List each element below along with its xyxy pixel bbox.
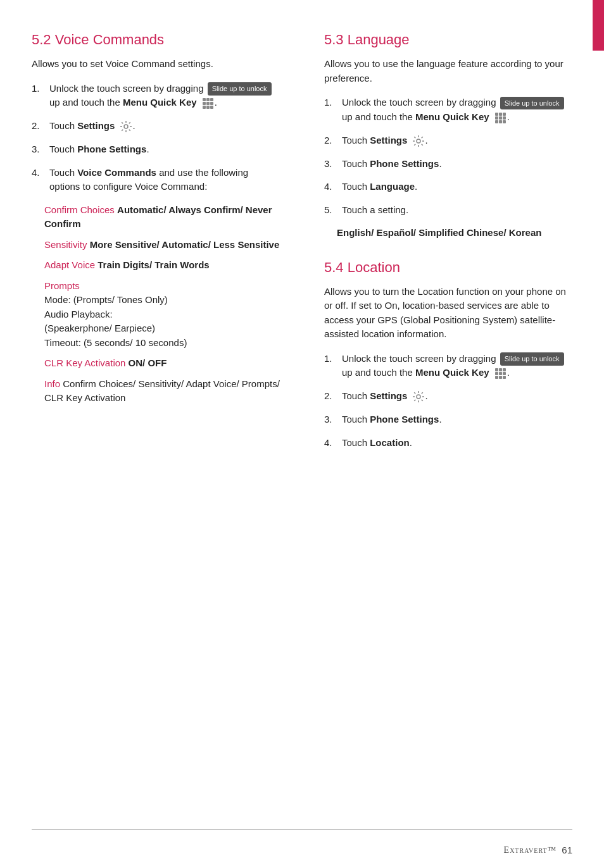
svg-rect-3 bbox=[203, 102, 206, 105]
s54-step-num-4: 4. bbox=[324, 436, 342, 450]
s54-step-num-1: 1. bbox=[324, 352, 342, 366]
svg-rect-6 bbox=[203, 106, 206, 109]
s53-step-num-2: 2. bbox=[324, 133, 342, 148]
s54-step-content-3: Touch Phone Settings. bbox=[342, 412, 572, 427]
section-53-steps: 1. Unlock the touch screen by dragging S… bbox=[324, 96, 572, 217]
s53-step-content-5: Touch a setting. bbox=[342, 203, 572, 218]
left-column: 5.2 Voice Commands Allows you to set Voi… bbox=[32, 32, 293, 459]
section-52-desc: Allows you to set Voice Command settings… bbox=[32, 57, 280, 71]
svg-rect-20 bbox=[495, 368, 498, 371]
option-label-adapt: Adapt Voice bbox=[44, 259, 95, 270]
option-sensitivity: Sensitivity More Sensitive/ Automatic/ L… bbox=[44, 238, 280, 252]
step-4: 4. Touch Voice Commands and use the foll… bbox=[32, 166, 280, 194]
s53-step-content-2: Touch Settings . bbox=[342, 133, 572, 148]
s54-step-num-3: 3. bbox=[324, 412, 342, 427]
page: 5.2 Voice Commands Allows you to set Voi… bbox=[0, 0, 604, 868]
section-53-title: 5.3 Language bbox=[324, 32, 572, 48]
phone-settings-s53: Phone Settings bbox=[370, 158, 439, 169]
option-confirm-choices: Confirm Choices Automatic/ Always Confir… bbox=[44, 203, 280, 232]
settings-icon-s54-2 bbox=[412, 390, 425, 404]
section-52: 5.2 Voice Commands Allows you to set Voi… bbox=[32, 32, 280, 406]
section-53-desc: Allows you to use the language feature a… bbox=[324, 57, 572, 85]
step-content-4: Touch Voice Commands and use the followi… bbox=[49, 166, 280, 194]
svg-rect-13 bbox=[495, 116, 498, 120]
svg-rect-17 bbox=[499, 120, 502, 123]
s54-step-3: 3. Touch Phone Settings. bbox=[324, 412, 572, 427]
s53-step-num-4: 4. bbox=[324, 180, 342, 194]
option-prompts: Prompts Mode: (Prompts/ Tones Only)Audio… bbox=[44, 279, 280, 350]
s54-step-content-4: Touch Location. bbox=[342, 436, 572, 450]
menu-quickkey-label-1: Menu Quick Key bbox=[123, 97, 197, 108]
option-label-info: Info bbox=[44, 378, 60, 389]
pink-tab bbox=[593, 0, 604, 51]
s54-step-content-2: Touch Settings . bbox=[342, 389, 572, 404]
section-52-steps: 1. Unlock the touch screen by dragging S… bbox=[32, 82, 280, 194]
s53-step-content-4: Touch Language. bbox=[342, 180, 572, 194]
settings-icon-2 bbox=[119, 120, 133, 133]
page-number: 61 bbox=[562, 845, 572, 855]
option-values-clr: ON/ OFF bbox=[129, 357, 167, 368]
svg-rect-14 bbox=[499, 116, 502, 120]
option-label-prompts: Prompts bbox=[44, 280, 80, 291]
section-54-steps: 1. Unlock the touch screen by dragging S… bbox=[324, 352, 572, 450]
svg-rect-21 bbox=[499, 368, 502, 371]
svg-rect-12 bbox=[503, 113, 506, 116]
slide-badge-s53-1: Slide up to unlock bbox=[500, 97, 564, 110]
slide-badge-s54-1: Slide up to unlock bbox=[500, 352, 564, 366]
phone-settings-s54: Phone Settings bbox=[370, 414, 439, 425]
phone-settings-label-3: Phone Settings bbox=[77, 144, 146, 154]
svg-rect-10 bbox=[495, 113, 498, 116]
svg-rect-5 bbox=[210, 102, 213, 105]
s53-step-5: 5. Touch a setting. bbox=[324, 203, 572, 218]
menu-quickkey-s53-1: Menu Quick Key bbox=[415, 111, 489, 122]
s53-step-num-3: 3. bbox=[324, 157, 342, 171]
step-content-3: Touch Phone Settings. bbox=[49, 142, 280, 157]
s53-step-content-3: Touch Phone Settings. bbox=[342, 157, 572, 171]
option-label-confirm: Confirm Choices bbox=[44, 204, 115, 215]
svg-point-9 bbox=[124, 125, 128, 128]
svg-rect-25 bbox=[503, 372, 506, 375]
right-column: 5.3 Language Allows you to use the langu… bbox=[318, 32, 572, 459]
step-content-1: Unlock the touch screen by dragging Slid… bbox=[49, 82, 280, 111]
s53-step-num-1: 1. bbox=[324, 96, 342, 110]
s54-step-content-1: Unlock the touch screen by dragging Slid… bbox=[342, 352, 572, 381]
step-3: 3. Touch Phone Settings. bbox=[32, 142, 280, 157]
language-options-block: English/ Español/ Simplified Chinese/ Ko… bbox=[337, 226, 572, 240]
option-values-info: Confirm Choices/ Sensitivity/ Adapt Voic… bbox=[44, 378, 280, 404]
svg-rect-28 bbox=[503, 376, 506, 379]
svg-rect-18 bbox=[503, 120, 506, 123]
option-adapt-voice: Adapt Voice Train Digits/ Train Words bbox=[44, 258, 280, 273]
section-52-title: 5.2 Voice Commands bbox=[32, 32, 280, 48]
step-num-2: 2. bbox=[32, 119, 49, 133]
svg-rect-4 bbox=[206, 102, 210, 105]
settings-label-2: Settings bbox=[77, 120, 115, 131]
svg-rect-1 bbox=[206, 98, 210, 101]
slide-badge-1: Slide up to unlock bbox=[208, 82, 272, 96]
s54-step-4: 4. Touch Location. bbox=[324, 436, 572, 450]
s53-step-3: 3. Touch Phone Settings. bbox=[324, 157, 572, 171]
svg-rect-22 bbox=[503, 368, 506, 371]
s54-step-num-2: 2. bbox=[324, 389, 342, 404]
bottom-divider bbox=[32, 829, 572, 830]
s54-step-2: 2. Touch Settings . bbox=[324, 389, 572, 404]
option-info: Info Confirm Choices/ Sensitivity/ Adapt… bbox=[44, 377, 280, 406]
menu-icon-s53-1 bbox=[493, 111, 507, 125]
step-num-4: 4. bbox=[32, 166, 49, 180]
svg-rect-26 bbox=[495, 376, 498, 379]
voice-commands-label: Voice Commands bbox=[77, 167, 156, 178]
svg-rect-2 bbox=[210, 98, 213, 101]
settings-icon-s53-2 bbox=[412, 134, 425, 148]
s53-step-content-1: Unlock the touch screen by dragging Slid… bbox=[342, 96, 572, 125]
svg-rect-0 bbox=[203, 98, 206, 101]
s53-step-1: 1. Unlock the touch screen by dragging S… bbox=[324, 96, 572, 125]
section-54: 5.4 Location Allows you to turn the Loca… bbox=[324, 259, 572, 450]
section-54-desc: Allows you to turn the Location function… bbox=[324, 285, 572, 342]
option-label-sensitivity: Sensitivity bbox=[44, 239, 87, 250]
s53-step-num-5: 5. bbox=[324, 203, 342, 218]
svg-point-29 bbox=[417, 395, 420, 399]
s54-step-1: 1. Unlock the touch screen by dragging S… bbox=[324, 352, 572, 381]
footer: Extravert™ 61 bbox=[32, 845, 572, 855]
option-values-sensitivity: More Sensitive/ Automatic/ Less Sensitiv… bbox=[90, 239, 280, 250]
option-clr-key: CLR Key Activation ON/ OFF bbox=[44, 356, 280, 371]
language-label: Language bbox=[370, 181, 415, 192]
